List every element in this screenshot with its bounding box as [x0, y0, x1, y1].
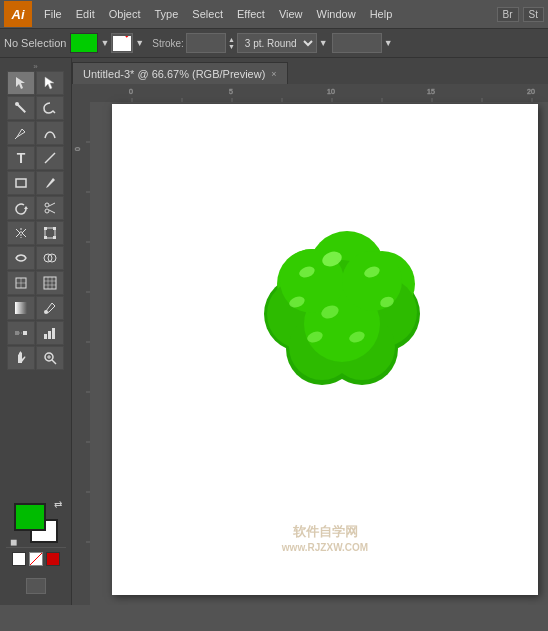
- transform-tool[interactable]: [36, 221, 64, 245]
- bridge-button[interactable]: Br: [497, 7, 519, 22]
- line-segment-tool[interactable]: [36, 146, 64, 170]
- svg-text:15: 15: [427, 88, 435, 95]
- zoom-tool[interactable]: [36, 346, 64, 370]
- blend-tool[interactable]: [7, 321, 35, 345]
- svg-rect-35: [52, 328, 55, 339]
- direct-selection-tool[interactable]: [36, 71, 64, 95]
- ruler-v-marks: 0: [72, 102, 90, 605]
- stroke-label-text: Stroke:: [152, 38, 184, 49]
- perspective-grid-tool[interactable]: [7, 271, 35, 295]
- tool-row-7: [2, 221, 69, 245]
- art-mode-section: [2, 571, 69, 601]
- svg-rect-17: [53, 236, 56, 239]
- fill-arrow[interactable]: ▼: [100, 38, 109, 48]
- no-fill-swatch[interactable]: [29, 552, 43, 566]
- green-blob-svg: [242, 184, 442, 404]
- menu-file[interactable]: File: [38, 6, 68, 22]
- menu-effect[interactable]: Effect: [231, 6, 271, 22]
- menu-select[interactable]: Select: [186, 6, 229, 22]
- opacity-arrow[interactable]: ▼: [384, 38, 393, 48]
- svg-marker-1: [45, 77, 54, 89]
- gradient-tool[interactable]: [7, 296, 35, 320]
- svg-rect-55: [72, 102, 90, 605]
- tool-row-5: [2, 171, 69, 195]
- magic-wand-tool[interactable]: [7, 96, 35, 120]
- stroke-weight-input[interactable]: [186, 33, 226, 53]
- toolbox-collapse-top[interactable]: »: [2, 62, 69, 70]
- menu-edit[interactable]: Edit: [70, 6, 101, 22]
- svg-rect-33: [44, 334, 47, 339]
- stock-button[interactable]: St: [523, 7, 544, 22]
- tool-row-6: [2, 196, 69, 220]
- svg-rect-23: [44, 277, 56, 289]
- watermark: 软件自学网 www.RJZXW.COM: [282, 523, 368, 555]
- curvature-tool[interactable]: [36, 121, 64, 145]
- foreground-color-swatch[interactable]: [14, 503, 46, 531]
- red-swatch[interactable]: [46, 552, 60, 566]
- chart-tool[interactable]: [36, 321, 64, 345]
- canvas-area: 0 5 10 15 20 0: [72, 84, 548, 605]
- extra-swatches: [12, 552, 60, 566]
- menu-type[interactable]: Type: [149, 6, 185, 22]
- paintbrush-tool[interactable]: [36, 171, 64, 195]
- toolbox: »: [0, 58, 72, 605]
- svg-marker-7: [24, 206, 28, 209]
- hand-tool[interactable]: [7, 346, 35, 370]
- shape-builder-tool[interactable]: [36, 246, 64, 270]
- document-tab-title: Untitled-3* @ 66.67% (RGB/Preview): [83, 68, 265, 80]
- fill-swatch[interactable]: [70, 33, 98, 53]
- reflect-tool[interactable]: [7, 221, 35, 245]
- menu-right-buttons: Br St: [497, 7, 544, 22]
- menu-object[interactable]: Object: [103, 6, 147, 22]
- svg-rect-28: [15, 302, 27, 314]
- tool-row-3: [2, 121, 69, 145]
- svg-text:0: 0: [74, 147, 81, 151]
- default-colors-icon[interactable]: ◼: [10, 537, 17, 547]
- artwork-blob: [242, 184, 442, 404]
- eyedropper-tool[interactable]: [36, 296, 64, 320]
- stroke-section: Stroke: ▲▼ 3 pt. Round ▼: [148, 33, 328, 53]
- draw-mode-btn[interactable]: [26, 578, 46, 594]
- fill-section: ▼ ▼: [70, 33, 144, 53]
- stroke-cap-arrow[interactable]: ▼: [319, 38, 328, 48]
- svg-text:5: 5: [229, 88, 233, 95]
- tool-row-12: [2, 346, 69, 370]
- svg-point-29: [44, 310, 48, 314]
- menu-help[interactable]: Help: [364, 6, 399, 22]
- rotate-tool[interactable]: [7, 196, 35, 220]
- type-tool[interactable]: T: [7, 146, 35, 170]
- opacity-section: ▼: [332, 33, 393, 53]
- svg-line-11: [49, 210, 55, 213]
- rectangle-tool[interactable]: [7, 171, 35, 195]
- menu-window[interactable]: Window: [311, 6, 362, 22]
- svg-rect-14: [44, 227, 47, 230]
- document-tab-close[interactable]: ×: [271, 69, 276, 79]
- opacity-input[interactable]: [332, 33, 382, 53]
- white-swatch[interactable]: [12, 552, 26, 566]
- menu-view[interactable]: View: [273, 6, 309, 22]
- pen-tool[interactable]: [7, 121, 35, 145]
- ruler-h-marks: 0 5 10 15 20: [72, 84, 548, 102]
- color-swatches: ⇄ ◼: [2, 499, 69, 570]
- app-logo: Ai: [4, 1, 32, 27]
- svg-rect-31: [23, 331, 27, 335]
- lasso-tool[interactable]: [36, 96, 64, 120]
- tool-row-9: [2, 271, 69, 295]
- svg-marker-0: [16, 77, 25, 89]
- mesh-tool[interactable]: [36, 271, 64, 295]
- tool-row-11: [2, 321, 69, 345]
- warp-tool[interactable]: [7, 246, 35, 270]
- fill-type-arrow[interactable]: ▼: [135, 38, 144, 48]
- selection-tool[interactable]: [7, 71, 35, 95]
- scissors-tool[interactable]: [36, 196, 64, 220]
- svg-line-37: [52, 360, 56, 364]
- svg-rect-6: [16, 179, 26, 187]
- stroke-cap-dropdown[interactable]: 3 pt. Round: [237, 33, 317, 53]
- swap-colors-icon[interactable]: ⇄: [54, 499, 62, 510]
- tool-row-2: [2, 96, 69, 120]
- stroke-weight-arrows[interactable]: ▲▼: [228, 36, 235, 50]
- document-tab[interactable]: Untitled-3* @ 66.67% (RGB/Preview) ×: [72, 62, 288, 84]
- tool-row-8: [2, 246, 69, 270]
- selection-label: No Selection: [4, 37, 66, 49]
- fill-none-swatch[interactable]: [111, 33, 133, 53]
